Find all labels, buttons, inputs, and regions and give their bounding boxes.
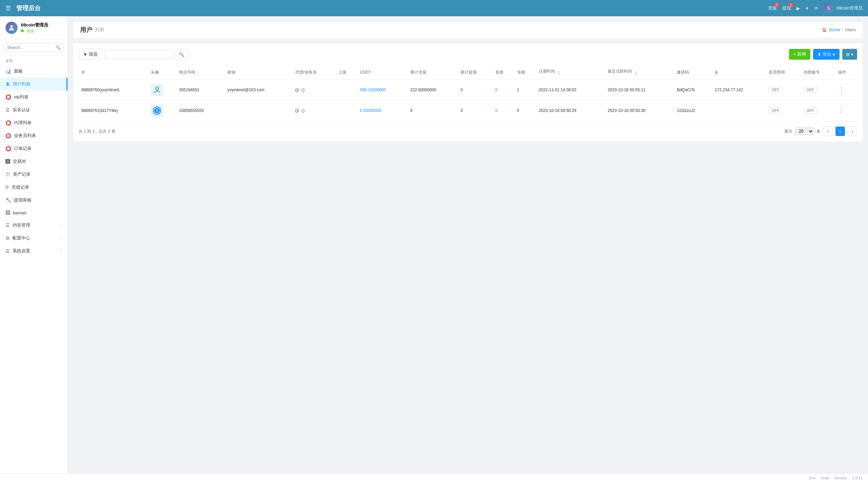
display-label: 显示 <box>784 129 792 134</box>
table-body: 88889760(yxymknet) 义 355194651 yxymknet@… <box>79 80 857 121</box>
next-page-button[interactable]: › <box>848 127 857 136</box>
grid-view-button[interactable]: ⊞ ▾ <box>842 49 857 60</box>
sort-last-active[interactable]: ▲▼ <box>635 71 637 76</box>
cell-id: 88889760(yxymknet) <box>79 80 148 100</box>
play-icon[interactable]: ▶ <box>796 6 800 11</box>
svg-point-1 <box>7 82 9 84</box>
table-row: 88889760(yxymknet) 义 355194651 yxymknet@… <box>79 80 857 100</box>
more-actions-button[interactable]: ⋮ <box>838 86 844 94</box>
sidebar-item-realname[interactable]: ☰ 实名认证 <box>0 103 67 116</box>
profile-avatar <box>5 22 18 34</box>
profile-info: 69coin管理员 在线 <box>21 22 48 34</box>
search-wrapper: 🔍 <box>4 43 63 52</box>
banned-toggle[interactable]: OFF <box>769 108 782 114</box>
col-total-withdraw: 累计提现 <box>458 65 492 80</box>
sidebar-item-vip[interactable]: ⭕ vip列表 <box>0 91 67 103</box>
col-reg-time[interactable]: 注册时间 ▲▼ <box>536 65 605 80</box>
add-button[interactable]: + 新增 <box>789 49 810 60</box>
cell-total-recharge: 222.00000000 <box>408 80 458 100</box>
sidebar-item-trades[interactable]: 🅰 交易对 <box>0 155 67 168</box>
cell-agent: ()/（) <box>293 80 336 100</box>
user-avatar: $ <box>151 104 163 117</box>
sidebar-item-users[interactable]: 用户列表 <box>0 78 67 91</box>
sidebar-label-withdraw: 提现审核 <box>14 197 32 203</box>
refresh-icon[interactable]: ⟳ <box>814 6 818 11</box>
internal-toggle[interactable]: OFF <box>804 87 817 93</box>
page-1-button[interactable]: 1 <box>835 127 845 136</box>
version-label: Version <box>834 476 847 480</box>
page-subtitle: 列表 <box>95 27 104 33</box>
grid-arrow: ▾ <box>851 52 853 57</box>
export-arrow: ▾ <box>833 52 835 57</box>
sidebar-item-withdraw[interactable]: 🔧 提现审核 <box>0 194 67 207</box>
col-id: Id <box>79 65 148 80</box>
col-invite-code: 邀请码 <box>674 65 712 80</box>
filter-button[interactable]: ▼ 筛选 <box>79 49 102 60</box>
cell-direct: 0 <box>493 80 514 100</box>
cell-avatar: $ <box>148 100 176 121</box>
sidebar-item-content[interactable]: ☰ 内容管理 ‹ <box>0 219 67 232</box>
page-size-select[interactable]: 20 50 100 <box>795 127 814 135</box>
col-internal-account: 内部账号 <box>801 65 835 80</box>
search-input[interactable] <box>4 43 63 52</box>
profile-name: 69coin管理员 <box>21 22 48 28</box>
footer-bar: Env local Version 1.8.11 <box>0 474 868 482</box>
breadcrumb-home[interactable]: Home <box>829 27 840 32</box>
table-card: ▼ 筛选 🔍 + 新增 ⬆ 导出 ▾ ⊞ ▾ <box>73 43 863 141</box>
sidebar-item-staff[interactable]: ⭕ 业务员列表 <box>0 129 67 142</box>
search-filter-input[interactable] <box>105 50 173 59</box>
sidebar-label-assets: 资产记录 <box>13 171 31 177</box>
search-filter-button[interactable]: 🔍 <box>175 50 188 59</box>
more-actions-button[interactable]: ⋮ <box>838 107 844 114</box>
cell-total-recharge: 0 <box>408 100 458 121</box>
trades-icon: 🅰 <box>5 159 10 164</box>
banned-toggle[interactable]: OFF <box>769 87 782 93</box>
content-icon: ☰ <box>5 223 10 228</box>
top-header: ☰ 管理后台 充值 0 提现 1 ▶ ✦ ⟳ S 69coin管理员 <box>0 0 868 16</box>
sidebar-profile: 69coin管理员 在线 <box>0 16 67 40</box>
hamburger-icon[interactable]: ☰ <box>5 4 11 12</box>
col-agent: 代理/业务员 <box>293 65 336 80</box>
recharge-action[interactable]: 充值 0 <box>768 5 777 11</box>
sidebar-label-trades: 交易对 <box>13 158 26 165</box>
cell-agent: ()/（) <box>293 100 336 121</box>
col-actions: 操作 <box>835 65 857 80</box>
sidebar-label-dashboard: 面板 <box>14 68 23 74</box>
prev-page-button[interactable]: ‹ <box>823 127 833 136</box>
sidebar-item-config[interactable]: ⚙ 配置中心 ‹ <box>0 232 67 245</box>
settings-icon[interactable]: ✦ <box>805 6 809 11</box>
admin-profile[interactable]: S 69coin管理员 <box>824 3 863 13</box>
col-level: 上级 <box>336 65 357 80</box>
agents-icon: ⭕ <box>5 120 11 126</box>
cell-grade: 0 <box>514 100 536 121</box>
sidebar-item-orders[interactable]: ⭕ 订单记录 <box>0 142 67 155</box>
breadcrumb: 🏠 Home / Users <box>822 27 856 32</box>
sidebar-item-agents[interactable]: ⭕ 代理列表 <box>0 116 67 129</box>
cell-ip <box>712 100 766 121</box>
svg-point-0 <box>10 25 13 28</box>
per-page-unit: 条 <box>816 129 821 134</box>
sidebar-item-banner[interactable]: 🖼 banner <box>0 207 67 219</box>
app-title: 管理后台 <box>16 4 41 12</box>
cell-actions: ⋮ <box>835 80 857 100</box>
internal-toggle[interactable]: OFF <box>804 108 817 114</box>
page-title-area: 用户 列表 <box>80 26 104 34</box>
sort-reg-time[interactable]: ▲▼ <box>557 71 560 76</box>
filter-label: 筛选 <box>89 51 98 57</box>
sidebar-label-orders: 订单记录 <box>14 146 32 152</box>
withdraw-action[interactable]: 提现 1 <box>782 5 791 11</box>
system-icon: ☰ <box>5 248 10 254</box>
sidebar-item-dashboard[interactable]: 📊 面板 <box>0 65 67 78</box>
version-value: 1.8.11 <box>852 476 863 480</box>
sidebar-item-recharge[interactable]: ® 充值记录 <box>0 181 67 194</box>
profile-status: 在线 <box>21 28 48 34</box>
staff-icon: ⭕ <box>5 133 11 138</box>
col-usdt: USDT <box>357 65 408 80</box>
table-row: 88889761(td17Ylkk) $ 15 <box>79 100 857 121</box>
export-button[interactable]: ⬆ 导出 ▾ <box>813 49 840 60</box>
cell-is-banned: OFF <box>766 100 801 121</box>
col-last-active[interactable]: 最近活跃时间 ▲▼ <box>605 65 674 80</box>
sidebar-label-users: 用户列表 <box>13 81 31 87</box>
sidebar-item-system[interactable]: ☰ 系统设置 ‹ <box>0 245 67 257</box>
sidebar-item-assets[interactable]: ⏱ 资产记录 <box>0 168 67 181</box>
